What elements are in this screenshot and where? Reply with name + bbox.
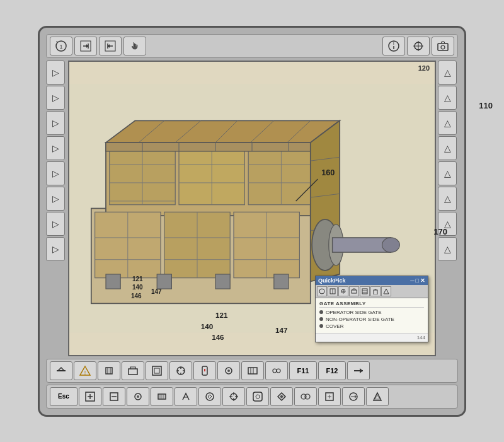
left-arrow-6[interactable]: ▷ — [46, 187, 65, 211]
left-arrow-7[interactable]: ▷ — [46, 212, 65, 236]
svg-point-120 — [137, 395, 139, 398]
b2-btn-7[interactable] — [222, 387, 245, 406]
qp-icon-4[interactable] — [349, 286, 359, 296]
qp-section-title: GATE ASSEMBLY — [319, 301, 424, 308]
qp-icon-5[interactable] — [360, 286, 370, 296]
left-arrow-1[interactable]: ▷ — [46, 61, 65, 84]
toolbar-btn-4[interactable] — [123, 37, 146, 55]
svg-rect-132 — [253, 392, 262, 401]
b2-btn-5[interactable] — [175, 387, 197, 406]
b2-btn-9[interactable] — [270, 387, 293, 406]
home-btn[interactable] — [50, 361, 72, 380]
b2-btn-13[interactable] — [366, 387, 389, 406]
qp-icon-6[interactable] — [370, 286, 381, 296]
qp-icon-1[interactable] — [317, 286, 327, 296]
svg-text:146: 146 — [212, 333, 224, 341]
toolbar-btn-3[interactable] — [99, 37, 122, 55]
svg-rect-95 — [129, 369, 137, 375]
esc-btn[interactable]: Esc — [50, 387, 77, 406]
tool-btn-2[interactable] — [122, 361, 144, 380]
ref-147-label: 147 — [151, 288, 162, 295]
b2-btn-10[interactable] — [294, 387, 317, 406]
f11-btn[interactable]: F11 — [289, 361, 317, 380]
top-toolbar: 1 i — [46, 34, 458, 58]
tool-btn-6[interactable] — [217, 361, 240, 380]
tool-btn-7[interactable] — [241, 361, 264, 380]
ref-110-label: 110 — [479, 101, 493, 110]
svg-point-133 — [256, 395, 260, 398]
tool-btn-5[interactable] — [193, 361, 216, 380]
svg-text:160: 160 — [321, 168, 335, 177]
b2-btn-11[interactable] — [318, 387, 341, 406]
svg-point-106 — [227, 369, 230, 372]
svg-text:1: 1 — [59, 44, 62, 50]
svg-rect-92 — [106, 368, 112, 374]
toolbar-btn-camera[interactable] — [432, 37, 454, 55]
b2-btn-6[interactable] — [198, 387, 221, 406]
svg-rect-62 — [106, 274, 120, 288]
svg-marker-135 — [280, 395, 284, 398]
svg-rect-97 — [154, 368, 159, 373]
ref-121-label: 121 — [132, 276, 143, 282]
b2-btn-3[interactable] — [127, 387, 149, 406]
toolbar-btn-crosshair[interactable] — [407, 37, 430, 55]
right-arrow-4[interactable]: △ — [438, 136, 457, 160]
qp-footer: 144 — [316, 333, 428, 342]
left-arrow-8[interactable]: ▷ — [46, 237, 65, 261]
left-arrow-5[interactable]: ▷ — [46, 161, 65, 185]
b2-btn-4[interactable] — [151, 387, 173, 406]
right-arrow-8[interactable]: △ — [438, 237, 457, 261]
qp-icon-3[interactable] — [338, 286, 348, 296]
minimize-btn[interactable]: ─ — [410, 277, 414, 284]
svg-point-137 — [305, 394, 310, 399]
right-arrow-3[interactable]: △ — [438, 111, 457, 135]
right-arrow-2[interactable]: △ — [438, 86, 457, 110]
svg-text:!: ! — [84, 369, 86, 376]
svg-point-110 — [273, 369, 277, 373]
svg-marker-143 — [355, 395, 357, 398]
svg-text:i: i — [393, 40, 394, 46]
tool-btn-4[interactable] — [169, 361, 192, 380]
svg-rect-63 — [157, 274, 171, 288]
left-arrow-2[interactable]: ▷ — [46, 86, 65, 110]
quickpick-content: GATE ASSEMBLY OPERATOR SIDE GATE NON-OPE… — [316, 298, 428, 333]
close-btn[interactable]: ✕ — [420, 277, 425, 284]
qp-dot-1 — [319, 310, 323, 314]
toolbar-btn-info[interactable]: i — [382, 37, 405, 55]
svg-marker-89 — [58, 368, 64, 371]
quickpick-popup: QuickPick ─ □ ✕ — [315, 276, 428, 342]
qp-item-1[interactable]: OPERATOR SIDE GATE — [319, 310, 424, 315]
toolbar-btn-1[interactable]: 1 — [50, 37, 72, 55]
quickpick-icon-bar — [316, 285, 428, 298]
right-arrow-5[interactable]: △ — [438, 161, 457, 185]
left-arrow-3[interactable]: ▷ — [46, 111, 65, 135]
right-arrow-1[interactable]: △ — [438, 61, 457, 84]
tool-btn-8[interactable] — [265, 361, 288, 380]
tool-btn-3[interactable] — [146, 361, 168, 380]
warning-btn[interactable]: ! — [74, 361, 96, 380]
arrow-right-btn[interactable] — [347, 361, 370, 380]
tool-btn-1[interactable] — [98, 361, 120, 380]
left-arrow-4[interactable]: ▷ — [46, 136, 65, 160]
b2-btn-8[interactable] — [246, 387, 269, 406]
svg-text:140: 140 — [201, 322, 213, 330]
qp-icon-7[interactable] — [381, 286, 391, 296]
toolbar-btn-2[interactable] — [74, 37, 97, 55]
b2-btn-12[interactable] — [342, 387, 365, 406]
svg-point-69 — [382, 237, 399, 252]
qp-item-2[interactable]: NON-OPERATOR SIDE GATE — [319, 317, 424, 322]
b2-btn-1[interactable] — [79, 387, 101, 406]
svg-marker-113 — [360, 368, 363, 373]
maximize-btn[interactable]: □ — [416, 277, 419, 284]
qp-item-1-label: OPERATOR SIDE GATE — [326, 310, 381, 315]
f12-btn[interactable]: F12 — [318, 361, 346, 380]
b2-btn-2[interactable] — [103, 387, 125, 406]
qp-item-3[interactable]: COVER — [319, 323, 424, 329]
main-area: ▷ ▷ ▷ ▷ ▷ ▷ ▷ ▷ 120 — [46, 61, 458, 356]
svg-text:147: 147 — [275, 325, 287, 334]
right-arrow-6[interactable]: △ — [438, 187, 457, 211]
svg-rect-96 — [152, 366, 161, 375]
qp-icon-2[interactable] — [328, 286, 338, 296]
qp-item-3-label: COVER — [326, 323, 343, 329]
ref-146-label: 146 — [131, 293, 142, 300]
